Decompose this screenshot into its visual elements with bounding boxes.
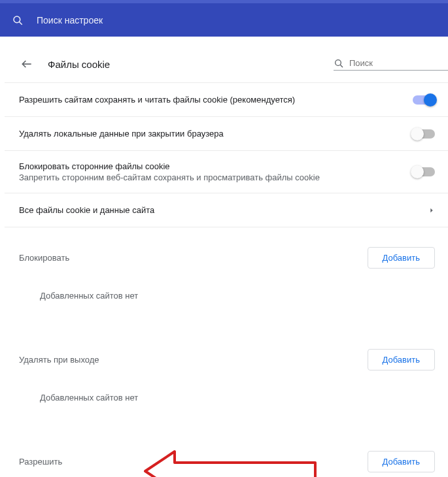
clear-empty-text: Добавленных сайтов нет [19, 384, 435, 412]
svg-point-0 [14, 16, 20, 23]
svg-line-1 [20, 22, 22, 24]
setting-subtitle: Запретить сторонним веб-сайтам сохранять… [19, 173, 413, 182]
back-button[interactable] [19, 56, 35, 72]
toggle-allow-cookies[interactable] [413, 95, 435, 105]
cookie-settings-page: Файлы cookie Разрешить сайтам сохранять … [5, 43, 448, 477]
topbar-search-placeholder: Поиск настроек [37, 15, 103, 25]
svg-line-4 [340, 65, 343, 67]
block-empty-text: Добавленных сайтов нет [19, 282, 435, 310]
section-header-allow: Разрешить Добавить [5, 431, 448, 472]
search-icon [334, 58, 344, 69]
toggle-block-third-party[interactable] [413, 167, 435, 176]
allow-site-list: gosuslugi.ru [5, 472, 448, 477]
add-clear-button[interactable]: Добавить [368, 349, 435, 370]
setting-title: Блокировать сторонние файлы cookie [19, 161, 413, 171]
search-icon [12, 14, 24, 26]
page-title: Файлы cookie [48, 59, 110, 70]
setting-clear-on-exit[interactable]: Удалять локальные данные при закрытии бр… [5, 117, 448, 151]
section-title-block: Блокировать [19, 253, 69, 263]
clear-site-list: Добавленных сайтов нет [5, 370, 448, 431]
setting-title: Удалять локальные данные при закрытии бр… [19, 129, 413, 139]
setting-all-cookies-link[interactable]: Все файлы cookie и данные сайта [5, 193, 448, 227]
section-header-block: Блокировать Добавить [5, 227, 448, 269]
add-allow-button[interactable]: Добавить [368, 451, 435, 472]
page-search-input[interactable] [349, 58, 448, 68]
block-site-list: Добавленных сайтов нет [5, 269, 448, 329]
setting-title: Разрешить сайтам сохранять и читать файл… [19, 95, 413, 105]
svg-marker-5 [430, 208, 432, 212]
chevron-right-icon [428, 206, 435, 215]
setting-block-third-party[interactable]: Блокировать сторонние файлы cookie Запре… [5, 151, 448, 193]
page-search-field[interactable] [334, 58, 448, 71]
section-title-allow: Разрешить [19, 457, 62, 467]
setting-title: Все файлы cookie и данные сайта [19, 205, 428, 215]
section-title-clear: Удалять при выходе [19, 355, 99, 365]
add-block-button[interactable]: Добавить [368, 247, 435, 269]
setting-allow-cookies[interactable]: Разрешить сайтам сохранять и читать файл… [5, 83, 448, 117]
page-header: Файлы cookie [5, 56, 448, 82]
svg-point-3 [336, 59, 341, 65]
cookie-toggle-list: Разрешить сайтам сохранять и читать файл… [5, 82, 448, 227]
toggle-clear-on-exit[interactable] [413, 129, 435, 139]
settings-search-bar[interactable]: Поиск настроек [0, 0, 448, 37]
section-header-clear: Удалять при выходе Добавить [5, 329, 448, 370]
